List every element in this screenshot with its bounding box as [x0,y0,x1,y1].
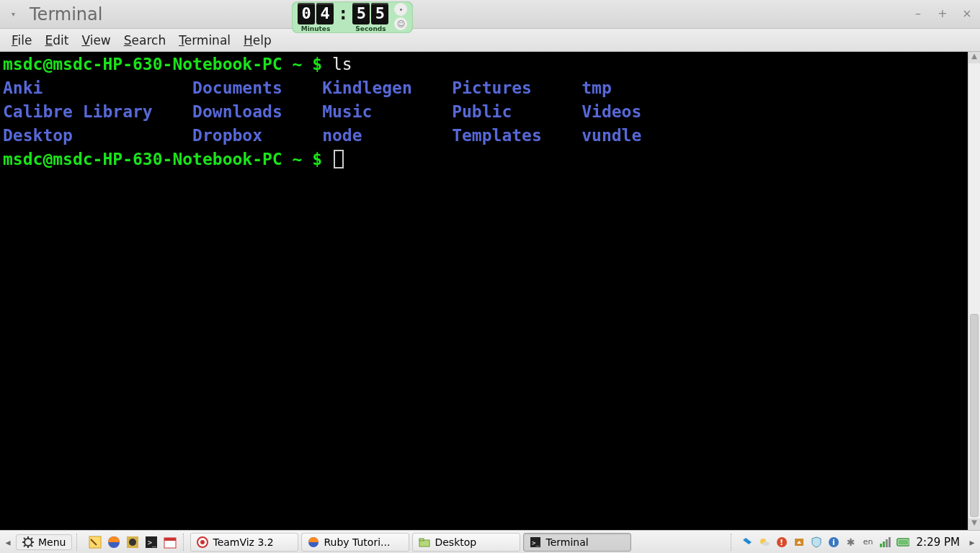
quick-launch: >_ [86,534,179,551]
terminal-output[interactable]: msdc@msdc-HP-630-Notebook-PC ~ $ ls Anki… [0,52,968,530]
svg-line-8 [24,545,25,547]
task-buttons: TeamViz 3.2Ruby Tutori...Desktop>_Termin… [190,533,726,552]
launcher-terminal-icon[interactable]: >_ [143,534,160,551]
menubar: FileEditViewSearchTerminalHelp [0,29,980,52]
firefox-icon [308,536,319,548]
terminal-scrollbar[interactable]: ▲ ▼ [968,52,980,530]
pomodoro-timer[interactable]: 0 4 Minutes : 5 5 Seconds • ☺ [292,1,413,33]
menu-terminal[interactable]: Terminal [173,32,236,49]
titlebar-menu-icon[interactable]: ▾ [7,10,19,18]
taskbar-separator [76,534,79,551]
tray-updates-icon[interactable] [793,536,806,549]
svg-rect-35 [888,537,891,547]
svg-rect-16 [164,538,176,541]
svg-line-6 [31,545,32,547]
menu-view[interactable]: View [76,32,116,49]
task-desktop[interactable]: Desktop [412,533,520,552]
launcher-firefox-icon[interactable] [105,534,122,551]
scroll-track[interactable] [968,63,980,518]
timer-seconds-label: Seconds [352,25,388,32]
teamviz-icon [197,536,208,548]
svg-point-25 [762,541,770,546]
svg-text:!: ! [780,538,783,547]
task-teamviz-3-2[interactable]: TeamViz 3.2 [190,533,298,552]
task-label: Ruby Tutori... [324,536,390,548]
task-label: Desktop [435,536,476,548]
tray-dropbox-icon[interactable] [741,536,754,549]
svg-line-5 [24,538,25,539]
timer-status-dot-icon[interactable]: • [394,3,407,16]
system-tray: ! i ✱ en [741,536,909,549]
gear-icon [22,536,34,548]
task-label: Terminal [545,536,588,548]
timer-face-icon[interactable]: ☺ [394,17,407,30]
tray-bluetooth-icon[interactable]: ✱ [845,536,858,549]
svg-line-7 [31,538,32,539]
taskbar-scroll-left-icon[interactable]: ◂ [3,536,13,548]
timer-minutes-label: Minutes [298,25,334,32]
taskbar: ◂ Menu >_ TeamViz 3.2Ruby Tutori...Deskt… [0,530,980,553]
minimize-button[interactable]: – [909,4,927,22]
taskbar-separator [183,534,186,551]
launcher-notes-icon[interactable] [86,534,104,551]
timer-sec-ones: 5 [371,3,388,24]
svg-point-18 [200,540,205,544]
timer-colon: : [338,3,348,24]
task-label: TeamViz 3.2 [213,536,273,548]
tray-battery-icon[interactable] [896,536,909,549]
svg-text:>_: >_ [148,539,157,547]
launcher-calendar-icon[interactable] [161,534,179,551]
tray-network-icon[interactable] [879,536,892,549]
svg-rect-9 [89,536,101,548]
timer-min-ones: 4 [316,3,334,24]
svg-rect-34 [886,539,888,547]
tray-info-icon[interactable]: i [827,536,840,549]
svg-point-0 [24,539,32,546]
svg-rect-32 [880,544,882,547]
close-button[interactable]: × [958,4,976,22]
terminal-icon: >_ [530,536,541,548]
svg-rect-21 [419,539,424,541]
scroll-up-icon[interactable]: ▲ [968,52,980,63]
svg-text:>_: >_ [532,539,540,547]
tray-language-indicator[interactable]: en [862,536,875,549]
tray-shield-icon[interactable] [810,536,823,549]
window-titlebar: ▾ 0 4 Minutes : 5 5 Seconds • ☺ Terminal… [0,0,980,29]
menu-search[interactable]: Search [118,32,172,49]
taskbar-scroll-right-icon[interactable]: ▸ [967,536,977,548]
launcher-media-icon[interactable] [124,534,141,551]
scroll-thumb[interactable] [970,314,979,517]
timer-sec-tens: 5 [352,3,370,24]
timer-min-tens: 0 [298,3,315,24]
task-ruby-tutori-[interactable]: Ruby Tutori... [301,533,409,552]
svg-text:i: i [832,538,835,547]
task-terminal[interactable]: >_Terminal [523,533,631,552]
maximize-button[interactable]: + [934,4,951,22]
start-menu-button[interactable]: Menu [16,534,72,550]
menu-help[interactable]: Help [238,32,277,49]
tray-warning-icon[interactable]: ! [775,536,788,549]
menu-file[interactable]: File [6,32,37,49]
svg-point-12 [129,539,136,546]
menu-edit[interactable]: Edit [39,32,74,49]
taskbar-clock[interactable]: 2:29 PM [912,536,964,549]
svg-rect-37 [898,539,908,544]
scroll-down-icon[interactable]: ▼ [968,518,980,530]
taskbar-separator [731,534,734,551]
tray-weather-icon[interactable] [758,536,771,549]
svg-rect-33 [883,541,885,547]
window-title: Terminal [30,4,102,24]
start-menu-label: Menu [38,536,66,548]
folder-icon [419,536,430,548]
